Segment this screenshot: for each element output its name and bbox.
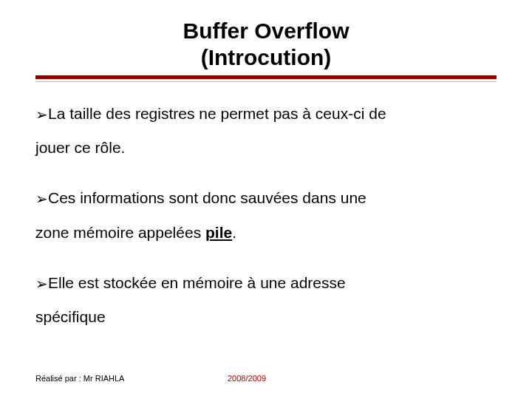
- slide-title: Buffer Overflow (Introcution): [35, 18, 497, 71]
- bullet-2-line-1: Ces informations sont donc sauvées dans …: [48, 189, 366, 206]
- title-line-1: Buffer Overflow: [35, 18, 497, 44]
- bullet-2-pile: pile: [205, 224, 232, 241]
- bullet-2: ➢Ces informations sont donc sauvées dans…: [35, 181, 497, 249]
- bullet-1-line-1: La taille des registres ne permet pas à …: [48, 105, 386, 122]
- footer-year: 2008/2009: [228, 374, 266, 383]
- bullet-3: ➢Elle est stockée en mémoire à une adres…: [35, 266, 497, 334]
- chevron-bullet-icon: ➢: [35, 276, 48, 292]
- bullet-2-line-2-pre: zone mémoire appelées: [35, 224, 205, 241]
- chevron-bullet-icon: ➢: [35, 106, 48, 123]
- footer: Réalisé par : Mr RIAHLA 2008/2009: [35, 374, 497, 383]
- bullet-3-line-2: spécifique: [35, 308, 106, 325]
- bullet-2-line-2-post: .: [232, 224, 236, 241]
- slide-body: ➢La taille des registres ne permet pas à…: [35, 97, 497, 334]
- chevron-bullet-icon: ➢: [35, 191, 48, 207]
- title-underline: [35, 75, 497, 82]
- title-line-2: (Introcution): [35, 44, 497, 71]
- bullet-1-line-2: jouer ce rôle.: [35, 139, 125, 156]
- bullet-3-line-1: Elle est stockée en mémoire à une adress…: [48, 274, 346, 291]
- slide: Buffer Overflow (Introcution) ➢La taille…: [0, 0, 532, 399]
- footer-author: Réalisé par : Mr RIAHLA: [35, 374, 124, 383]
- bullet-1: ➢La taille des registres ne permet pas à…: [35, 97, 497, 165]
- rule-thick: [35, 75, 497, 79]
- rule-thin: [35, 81, 497, 82]
